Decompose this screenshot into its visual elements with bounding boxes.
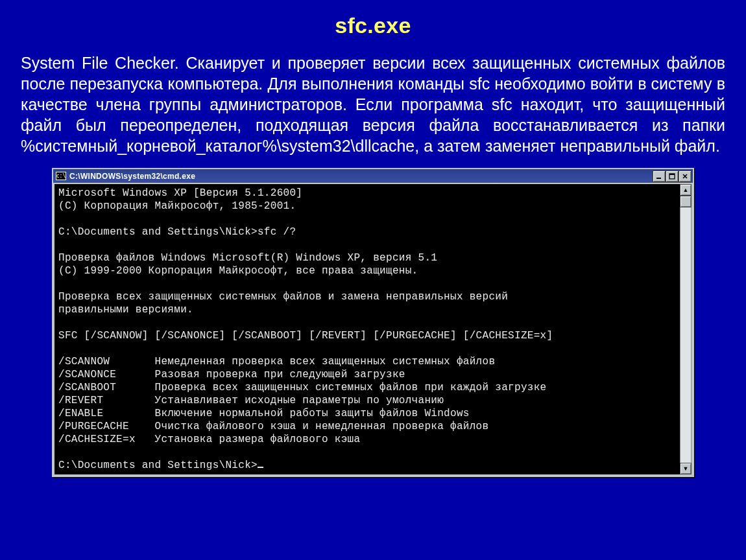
cmd-title-text: C:\WINDOWS\system32\cmd.exe — [69, 172, 195, 181]
description-text: System File Checker. Сканирует и проверя… — [21, 52, 725, 156]
cmd-window-container: c:\ C:\WINDOWS\system32\cmd.exe Mic — [52, 168, 694, 477]
scroll-up-button[interactable]: ▲ — [680, 184, 692, 196]
cmd-window: c:\ C:\WINDOWS\system32\cmd.exe Mic — [52, 168, 694, 477]
page-title: sfc.exe — [21, 13, 725, 38]
cursor — [258, 467, 263, 468]
scroll-thumb[interactable] — [680, 196, 692, 207]
close-button[interactable] — [679, 170, 692, 182]
slide: sfc.exe System File Checker. Сканирует и… — [0, 0, 746, 560]
svg-rect-0 — [656, 178, 661, 179]
cmd-icon: c:\ — [56, 172, 66, 180]
cmd-output: Microsoft Windows XP [Версия 5.1.2600] (… — [54, 184, 680, 474]
maximize-button[interactable] — [666, 170, 679, 182]
scrollbar[interactable]: ▲ ▼ — [680, 184, 692, 474]
minimize-button[interactable] — [653, 170, 666, 182]
svg-rect-2 — [669, 174, 675, 175]
scroll-track[interactable] — [680, 207, 692, 463]
window-buttons — [653, 170, 692, 182]
scroll-down-button[interactable]: ▼ — [680, 463, 692, 474]
cmd-titlebar[interactable]: c:\ C:\WINDOWS\system32\cmd.exe — [53, 169, 693, 183]
